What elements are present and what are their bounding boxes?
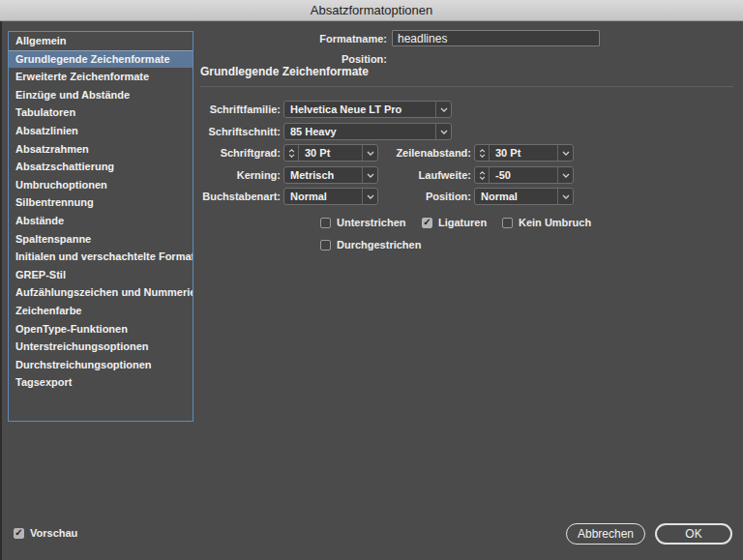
sidebar-item-einzuege-und-abstaende[interactable]: Einzüge und Abstände [9, 86, 193, 104]
font-family-label: Schriftfamilie: [193, 101, 281, 118]
kerning-select[interactable]: Metrisch [283, 166, 378, 184]
window-title: Absatzformatoptionen [311, 3, 432, 17]
tracking-label: Laufweite: [368, 166, 471, 184]
font-family-select[interactable]: Helvetica Neue LT Pro [283, 101, 452, 118]
font-size-value: 30 Pt [299, 145, 362, 161]
font-size-combo[interactable]: 30 Pt [283, 144, 378, 162]
sidebar-item-allgemein[interactable]: Allgemein [9, 32, 193, 50]
sidebar-item-grep-stil[interactable]: GREP-Stil [9, 266, 193, 284]
chevron-down-icon [557, 189, 573, 204]
chevron-up-icon [479, 171, 486, 175]
section-divider [200, 86, 733, 87]
chevron-down-icon [288, 154, 295, 158]
sidebar-item-label: Grundlegende Zeichenformate [15, 53, 170, 65]
chevron-down-icon [557, 167, 573, 183]
checkbox-box: ✓ [320, 218, 331, 228]
checkbox-box: ✓ [320, 240, 331, 251]
chevron-up-icon [288, 149, 295, 153]
no-break-checkbox[interactable]: ✓ Kein Umbruch [502, 217, 591, 228]
sidebar-item-label: Absatzschattierung [15, 161, 114, 172]
sidebar-item-grundlegende-zeichenformate[interactable]: Grundlegende Zeichenformate [9, 50, 193, 69]
sidebar-item-label: Allgemein [15, 35, 67, 46]
strikethrough-checkbox[interactable]: ✓ Durchgestrichen [320, 239, 421, 251]
font-style-select[interactable]: 85 Heavy [283, 123, 452, 140]
sidebar-item-unterstreichungsoptionen[interactable]: Unterstreichungsoptionen [9, 338, 193, 356]
ligatures-checkbox[interactable]: ✓ Ligaturen [422, 217, 487, 228]
sidebar-item-silbentrennung[interactable]: Silbentrennung [9, 193, 193, 212]
preview-checkbox[interactable]: ✓ Vorschau [14, 527, 77, 539]
chevron-down-icon [479, 154, 486, 158]
checkbox-box: ✓ [14, 528, 24, 539]
sidebar-item-absatzlinien[interactable]: Absatzlinien [9, 122, 193, 140]
font-style-value: 85 Heavy [284, 124, 435, 139]
ok-button[interactable]: OK [655, 523, 732, 545]
checkbox-label: Ligaturen [438, 217, 487, 228]
sidebar-item-label: Aufzählungszeichen und Nummerierung [15, 286, 193, 298]
sidebar-item-label: Umbruchoptionen [15, 179, 107, 191]
tracking-combo[interactable]: -50 [474, 166, 574, 184]
stepper-control[interactable] [284, 145, 299, 161]
sidebar-item-erweiterte-zeichenformate[interactable]: Erweiterte Zeichenformate [9, 68, 193, 86]
sidebar-category-list: Allgemein Grundlegende Zeichenformate Er… [8, 31, 193, 422]
sidebar-item-label: Einzüge und Abstände [15, 89, 130, 101]
checkbox-label: Vorschau [30, 527, 77, 539]
sidebar-item-label: GREP-Stil [15, 269, 66, 280]
check-icon: ✓ [423, 218, 431, 227]
cancel-button[interactable]: Abbrechen [566, 523, 645, 545]
sidebar-item-tabulatoren[interactable]: Tabulatoren [9, 103, 193, 122]
sidebar-item-umbruchoptionen[interactable]: Umbruchoptionen [9, 176, 193, 194]
chevron-down-icon [435, 124, 451, 139]
case-label: Buchstabenart: [193, 188, 281, 205]
chevron-down-icon [435, 102, 451, 117]
sidebar-item-label: Zeichenfarbe [15, 305, 81, 316]
checkbox-label: Kein Umbruch [519, 217, 591, 228]
background-edge [0, 21, 2, 560]
leading-combo[interactable]: 30 Pt [474, 144, 574, 162]
case-select[interactable]: Normal [283, 188, 378, 205]
leading-value: 30 Pt [490, 145, 557, 161]
font-size-label: Schriftgrad: [193, 144, 281, 162]
sidebar-item-absatzrahmen[interactable]: Absatzrahmen [9, 140, 193, 159]
sidebar-item-label: Spaltenspanne [15, 233, 91, 245]
sidebar-item-absatzschattierung[interactable]: Absatzschattierung [9, 158, 193, 176]
sidebar-item-label: Erweiterte Zeichenformate [15, 71, 149, 82]
sidebar-item-spaltenspanne[interactable]: Spaltenspanne [9, 230, 193, 249]
position-value: Normal [475, 189, 557, 204]
format-name-label: Formatname: [271, 30, 387, 47]
section-title: Grundlegende Zeichenformate [200, 65, 369, 78]
case-value: Normal [284, 189, 362, 204]
stepper-control[interactable] [475, 167, 490, 183]
sidebar-item-label: Tabulatoren [15, 106, 75, 118]
chevron-down-icon [479, 176, 486, 180]
stepper-control[interactable] [475, 145, 490, 161]
checkbox-label: Durchgestrichen [337, 239, 421, 251]
leading-label: Zeilenabstand: [368, 144, 471, 162]
sidebar-item-label: Silbentrennung [15, 196, 94, 208]
checkbox-label: Unterstrichen [337, 217, 406, 228]
chevron-down-icon [557, 145, 573, 161]
position-select[interactable]: Normal [474, 188, 574, 205]
sidebar-item-zeichenfarbe[interactable]: Zeichenfarbe [9, 302, 193, 320]
sidebar-item-label: Durchstreichungsoptionen [15, 359, 152, 370]
sidebar-item-label: Absatzlinien [15, 125, 78, 136]
sidebar-item-durchstreichungsoptionen[interactable]: Durchstreichungsoptionen [9, 356, 193, 374]
sidebar-item-tagsexport[interactable]: Tagsexport [9, 373, 193, 392]
sidebar-item-label: Tagsexport [15, 376, 72, 388]
format-name-input[interactable] [392, 30, 600, 46]
underline-checkbox[interactable]: ✓ Unterstrichen [320, 217, 406, 228]
font-family-value: Helvetica Neue LT Pro [284, 102, 435, 117]
sidebar-item-label: Abstände [15, 215, 64, 226]
checkbox-box: ✓ [502, 218, 513, 228]
position-label: Position: [368, 188, 471, 205]
tracking-value: -50 [490, 167, 557, 183]
sidebar-item-label: Absatzrahmen [15, 143, 89, 155]
sidebar-item-aufzaehlungszeichen-und-nummerierung[interactable]: Aufzählungszeichen und Nummerierung [9, 283, 193, 302]
font-style-label: Schriftschnitt: [193, 123, 281, 140]
sidebar-item-initialen-und-verschachtelte-formate[interactable]: Initialen und verschachtelte Formate [9, 248, 193, 266]
sidebar-item-opentype-funktionen[interactable]: OpenType-Funktionen [9, 320, 193, 339]
kerning-value: Metrisch [284, 167, 362, 183]
window-titlebar[interactable]: Absatzformatoptionen [0, 0, 743, 21]
kerning-label: Kerning: [193, 166, 281, 184]
sidebar-item-abstaende[interactable]: Abstände [9, 212, 193, 230]
sidebar-item-label: OpenType-Funktionen [15, 323, 128, 335]
